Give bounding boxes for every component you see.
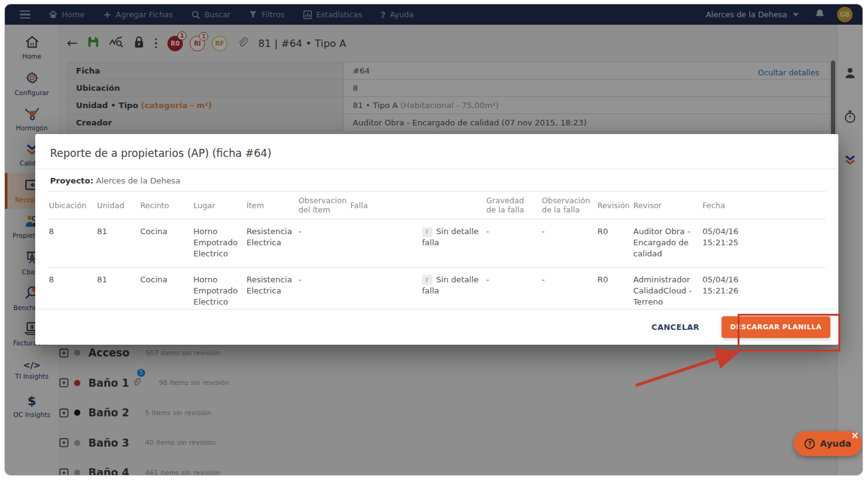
table-row: 8 81 Cocina Horno Empotrado Electrico Re… xyxy=(48,267,826,315)
report-modal: Reporte de a propietarios (AP) (ficha #6… xyxy=(35,134,838,345)
falla-type-chip: F xyxy=(422,275,432,285)
table-row: 8 81 Cocina Horno Empotrado Electrico Re… xyxy=(48,219,826,267)
modal-title: Reporte de a propietarios (AP) (ficha #6… xyxy=(35,134,838,169)
help-widget-button[interactable]: ? Ayuda × xyxy=(794,431,862,456)
modal-footer: CANCELAR DESCARGAR PLANILLA xyxy=(35,309,838,345)
falla-type-chip: F xyxy=(422,227,432,237)
help-close-icon[interactable]: × xyxy=(851,430,859,441)
download-planilla-button[interactable]: DESCARGAR PLANILLA xyxy=(722,316,830,338)
app-window: Home + Agregar Fichas Buscar Filtros Est… xyxy=(4,4,863,476)
report-table-header: Ubicación Unidad Recinto Lugar Ítem Obse… xyxy=(48,192,826,219)
modal-project-line: Proyecto: Alerces de la Dehesa xyxy=(35,169,838,191)
cancel-button[interactable]: CANCELAR xyxy=(652,322,700,332)
report-table: Ubicación Unidad Recinto Lugar Ítem Obse… xyxy=(48,191,826,315)
help-question-icon: ? xyxy=(804,439,815,449)
